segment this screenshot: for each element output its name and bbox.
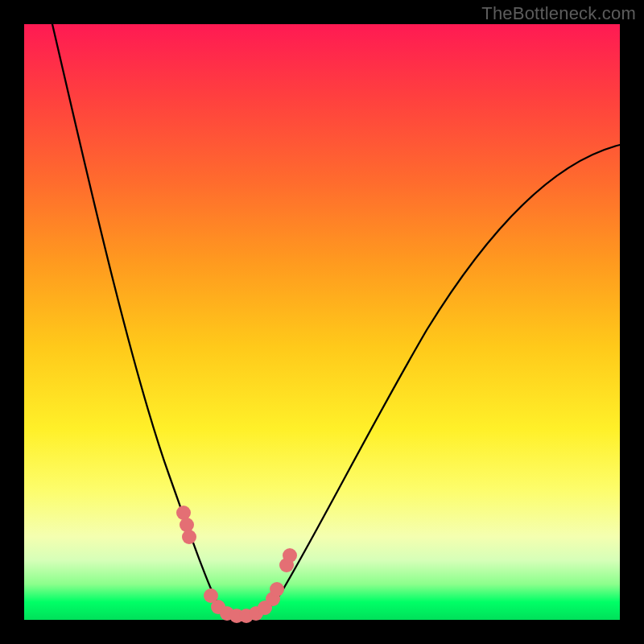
bottleneck-curve-right — [240, 145, 620, 620]
svg-point-13 — [283, 548, 297, 563]
svg-point-2 — [182, 530, 196, 544]
sample-points — [176, 506, 297, 623]
svg-point-1 — [180, 518, 194, 532]
svg-point-11 — [270, 582, 284, 597]
bottleneck-curve-left — [52, 24, 240, 620]
watermark-text: TheBottleneck.com — [481, 3, 636, 24]
chart-frame: TheBottleneck.com — [0, 0, 644, 644]
chart-svg — [24, 24, 620, 620]
